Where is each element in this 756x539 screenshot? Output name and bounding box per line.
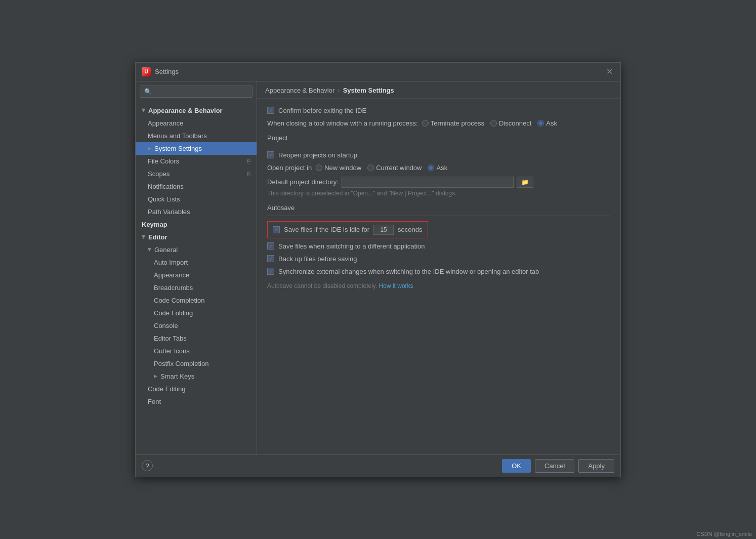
help-button[interactable]: ? (142, 460, 153, 471)
radio-new-window[interactable]: New window (316, 164, 361, 172)
reopen-projects-label: Reopen projects on startup (278, 151, 357, 159)
apply-button[interactable]: Apply (578, 459, 614, 473)
cancel-button[interactable]: Cancel (535, 459, 574, 473)
save-idle-checkbox[interactable] (273, 226, 280, 233)
backup-saving-label: Back up files before saving (278, 255, 357, 263)
backup-saving-checkbox[interactable] (267, 255, 274, 262)
copy-icon: ⎘ (247, 171, 250, 177)
dir-hint: This directory is preselected in "Open..… (267, 190, 610, 197)
sidebar-item-editor-tabs[interactable]: Editor Tabs (136, 332, 257, 345)
tool-window-radio-group: Terminate process Disconnect Ask (422, 119, 557, 127)
reopen-projects-checkbox[interactable] (267, 151, 274, 158)
breadcrumb-separator: › (338, 87, 340, 94)
save-switching-row: Save files when switching to a different… (267, 242, 610, 250)
close-button[interactable]: ✕ (604, 67, 614, 77)
dialog-footer: ? OK Cancel Apply (136, 454, 620, 477)
radio-ask-project-label: Ask (436, 164, 447, 172)
watermark: CSDN @fenglin_smile (696, 531, 752, 537)
sidebar-item-notifications[interactable]: Notifications (136, 180, 257, 193)
sidebar-item-system-settings[interactable]: ▶ System Settings (136, 142, 257, 155)
save-idle-row: Save files if the IDE is idle for second… (267, 221, 428, 238)
sidebar-item-code-completion[interactable]: Code Completion (136, 294, 257, 307)
ok-button[interactable]: OK (502, 459, 531, 473)
sidebar-item-scopes[interactable]: Scopes ⎘ (136, 168, 257, 180)
sync-external-label: Synchronize external changes when switch… (278, 268, 539, 275)
sidebar-item-appearance-behavior[interactable]: ▶ Appearance & Behavior (136, 104, 257, 117)
sidebar-item-gutter-icons[interactable]: Gutter Icons (136, 345, 257, 357)
radio-current-window-circle (367, 164, 374, 171)
cannot-disable-text: Autosave cannot be disabled completely. … (267, 282, 610, 289)
sidebar-item-file-colors[interactable]: File Colors ⎘ (136, 155, 257, 168)
radio-terminate-circle (422, 120, 429, 127)
search-input[interactable] (140, 86, 253, 98)
sidebar-item-code-editing[interactable]: Code Editing (136, 383, 257, 395)
save-idle-input[interactable] (373, 225, 394, 235)
sidebar-item-postfix-completion[interactable]: Postfix Completion (136, 357, 257, 370)
tool-window-label: When closing a tool window with a runnin… (267, 119, 418, 127)
default-dir-browse-button[interactable]: 📁 (517, 177, 533, 188)
backup-saving-row: Back up files before saving (267, 255, 610, 263)
app-icon: U (142, 67, 151, 76)
sidebar-item-editor[interactable]: ▶ Editor (136, 231, 257, 243)
sidebar-item-breadcrumbs[interactable]: Breadcrumbs (136, 281, 257, 294)
radio-ask-project-circle (428, 164, 434, 171)
copy-icon: ⎘ (247, 158, 250, 164)
radio-disconnect[interactable]: Disconnect (490, 119, 531, 127)
chevron-icon: ▶ (147, 248, 152, 252)
breadcrumb-parent: Appearance & Behavior (265, 87, 334, 94)
sidebar-item-path-variables[interactable]: Path Variables (136, 205, 257, 218)
save-idle-label-before: Save files if the IDE is idle for (284, 226, 369, 233)
sidebar-item-auto-import[interactable]: Auto Import (136, 256, 257, 269)
project-divider (267, 146, 610, 146)
sidebar-item-general[interactable]: ▶ General (136, 243, 257, 256)
open-project-label: Open project in (267, 164, 312, 172)
sidebar-item-console[interactable]: Console (136, 319, 257, 332)
radio-new-window-label: New window (324, 164, 361, 172)
sidebar-item-keymap[interactable]: Keymap (136, 218, 257, 231)
title-bar-left: U Settings (142, 67, 179, 76)
radio-terminate-label: Terminate process (431, 119, 484, 127)
chevron-icon: ▶ (141, 109, 146, 112)
sidebar-item-appearance[interactable]: Appearance (136, 117, 257, 130)
settings-dialog: U Settings ✕ ▶ Appearance & Behavior App… (135, 62, 621, 477)
confirm-exit-label: Confirm before exiting the IDE (278, 107, 366, 114)
chevron-icon: ▶ (154, 374, 157, 379)
confirm-exit-row: Confirm before exiting the IDE (267, 107, 610, 114)
how-it-works-link[interactable]: How it works (379, 282, 413, 289)
save-idle-label-after: seconds (398, 226, 422, 233)
radio-terminate[interactable]: Terminate process (422, 119, 484, 127)
open-project-row: Open project in New window Current windo… (267, 164, 610, 172)
radio-new-window-circle (316, 164, 322, 171)
radio-disconnect-label: Disconnect (499, 119, 531, 127)
sidebar-item-appearance-editor[interactable]: Appearance (136, 269, 257, 281)
settings-panel: Confirm before exiting the IDE When clos… (257, 99, 620, 454)
tool-window-close-row: When closing a tool window with a runnin… (267, 119, 610, 127)
save-switching-label: Save files when switching to a different… (278, 242, 425, 250)
confirm-exit-checkbox[interactable] (267, 107, 274, 114)
title-bar: U Settings ✕ (136, 63, 620, 81)
save-switching-checkbox[interactable] (267, 242, 274, 250)
dialog-title: Settings (155, 68, 179, 75)
chevron-icon: ▶ (141, 235, 146, 239)
project-section-title: Project (267, 134, 610, 142)
radio-disconnect-circle (490, 120, 497, 127)
autosave-divider (267, 216, 610, 216)
sync-external-checkbox[interactable] (267, 268, 274, 275)
radio-ask-label: Ask (546, 119, 557, 127)
sidebar-item-smart-keys[interactable]: ▶ Smart Keys (136, 370, 257, 383)
sidebar: ▶ Appearance & Behavior Appearance Menus… (136, 81, 257, 454)
breadcrumb-current: System Settings (343, 87, 394, 94)
sidebar-item-code-folding[interactable]: Code Folding (136, 307, 257, 319)
radio-current-window[interactable]: Current window (367, 164, 422, 172)
main-content: Appearance & Behavior › System Settings … (257, 81, 620, 454)
default-dir-input[interactable] (342, 177, 514, 188)
breadcrumb: Appearance & Behavior › System Settings (257, 81, 620, 99)
radio-ask-project[interactable]: Ask (428, 164, 447, 172)
sidebar-item-menus-toolbars[interactable]: Menus and Toolbars (136, 130, 257, 142)
sidebar-item-quick-lists[interactable]: Quick Lists (136, 193, 257, 205)
radio-ask[interactable]: Ask (537, 119, 557, 127)
sidebar-item-font[interactable]: Font (136, 395, 257, 408)
radio-current-window-label: Current window (376, 164, 422, 172)
nav-tree: ▶ Appearance & Behavior Appearance Menus… (136, 102, 257, 454)
search-box (136, 81, 257, 102)
